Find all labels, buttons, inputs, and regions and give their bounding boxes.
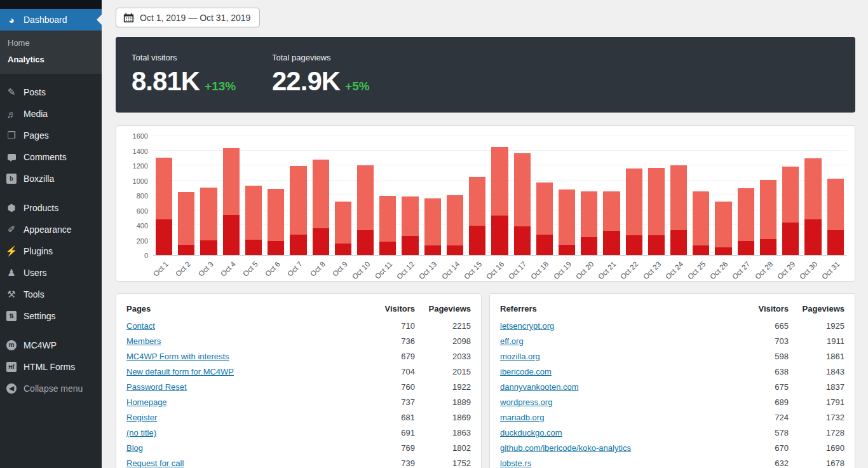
pages-visitors-column-header: Visitors [359,304,415,313]
referrer-link[interactable]: letsencrypt.org [500,321,554,331]
bar-group-oct-18: Oct 18 [534,136,556,255]
page-link[interactable]: Request for call [126,458,184,468]
sidebar-item-label: Settings [24,311,56,321]
bar-group-oct-10: Oct 10 [355,136,377,255]
bar-group-oct-25: Oct 25 [690,136,712,255]
sidebar-item-html-forms[interactable]: HfHTML Forms [0,356,102,378]
referrer-link[interactable]: lobste.rs [500,458,531,468]
x-axis-label: Oct 25 [686,260,707,280]
visitors-bar [290,235,306,255]
pageviews-count: 1802 [415,443,471,453]
sidebar-item-posts[interactable]: ✎Posts [0,81,102,103]
table-row: Blog7691802 [126,441,471,456]
referrer-link[interactable]: dannyvankooten.com [500,382,579,392]
referrer-link[interactable]: wordpress.org [500,397,552,407]
sidebar-item-pages[interactable]: ❐Pages [0,125,102,146]
table-row: Homepage7371889 [126,395,471,410]
sidebar-item-tools[interactable]: ⚒Tools [0,284,102,305]
pages-table-card: Pages Visitors Pageviews Contact7102215M… [116,293,482,468]
x-axis-label: Oct 29 [776,260,796,280]
bar-group-oct-4: Oct 4 [220,136,243,255]
sidebar-item-label: Comments [24,152,67,162]
visitors-bar [782,223,799,255]
page-link[interactable]: (no title) [126,428,156,437]
visitors-bar [715,247,731,255]
table-row: Request for call7391752 [126,456,471,468]
page-link[interactable]: MC4WP Form with interests [126,352,229,361]
x-axis-label: Oct 9 [331,260,349,278]
sidebar-item-label: Plugins [24,246,53,256]
bar-group-oct-6: Oct 6 [265,136,287,255]
bar-group-oct-23: Oct 23 [646,136,668,255]
referrer-link[interactable]: mariadb.org [500,413,544,422]
x-axis-label: Oct 15 [463,260,483,280]
bar-group-oct-13: Oct 13 [422,136,444,255]
x-axis-label: Oct 1 [152,260,170,278]
visitors-bar [670,230,687,255]
sidebar-item-mc4wp[interactable]: mMC4WP [0,334,102,356]
x-axis-label: Oct 14 [440,260,460,280]
bar-group-oct-2: Oct 2 [175,136,198,255]
bar-group-oct-8: Oct 8 [310,136,332,255]
sidebar-item-label: Dashboard [24,15,67,25]
pageviews-count: 1911 [789,336,844,346]
visitors-bar [559,245,575,255]
y-axis-tick: 0 [144,252,148,259]
sidebar-item-comments[interactable]: Comments [0,146,102,168]
submenu-item-home[interactable]: Home [0,35,102,52]
referrer-link[interactable]: ibericode.com [500,367,552,376]
bar-group-oct-5: Oct 5 [243,136,265,255]
bar-group-oct-15: Oct 15 [466,136,489,255]
sidebar-item-label: Users [24,268,47,278]
total-visitors-value: 8.81K [132,68,200,95]
sidebar-item-label: Posts [24,87,46,97]
table-row: Members7362098 [126,334,471,349]
visitors-bar [313,228,329,255]
date-range-button[interactable]: Oct 1, 2019 — Oct 31, 2019 [116,8,260,27]
sidebar-item-boxzilla[interactable]: bBoxzilla [0,168,102,189]
calendar-icon [123,12,134,23]
visitors-count: 769 [359,443,415,453]
page-link[interactable]: Contact [126,321,155,331]
sidebar-item-dashboard[interactable]: ◕Dashboard [0,9,102,31]
page-link[interactable]: Members [126,336,161,346]
sidebar-item-users[interactable]: ♟Users [0,262,102,284]
date-range-label: Oct 1, 2019 — Oct 31, 2019 [140,13,250,23]
sidebar-item-appearance[interactable]: ✐Appearance [0,219,102,240]
x-axis-label: Oct 8 [309,260,327,278]
bar-group-oct-19: Oct 19 [556,136,578,255]
table-row: mariadb.org7241732 [500,410,844,425]
page-link[interactable]: Password Reset [126,382,187,392]
bar-group-oct-22: Oct 22 [623,136,646,255]
sidebar-item-settings[interactable]: ⇅Settings [0,305,102,327]
sidebar-item-label: Products [24,203,58,213]
table-row: Contact7102215 [126,319,471,334]
analytics-page: Oct 1, 2019 — Oct 31, 2019 Total visitor… [102,0,868,468]
visitors-bar [804,219,821,255]
bar-group-oct-12: Oct 12 [399,136,421,255]
table-row: ibericode.com6381843 [500,364,844,380]
referrer-link[interactable]: github.com/ibericode/koko-analytics [500,443,631,453]
sidebar-item-collapse-menu[interactable]: ◀Collapse menu [0,378,102,399]
referrers-table-body: letsencrypt.org6651925eff.org7031911mozi… [500,319,844,468]
sidebar-item-products[interactable]: ⬢Products [0,197,102,219]
referrer-link[interactable]: eff.org [500,336,524,346]
x-axis-label: Oct 16 [485,260,505,280]
plugins-icon: ⚡ [5,245,18,258]
visitors-count: 632 [733,458,789,468]
page-link[interactable]: New default form for MC4WP [126,367,234,376]
boxzilla-icon: b [5,172,18,185]
pageviews-count: 2098 [415,336,471,346]
referrer-link[interactable]: mozilla.org [500,352,540,361]
page-link[interactable]: Register [126,413,157,422]
visitors-count: 704 [359,367,415,376]
visitors-count: 724 [733,413,789,422]
sidebar-item-plugins[interactable]: ⚡Plugins [0,240,102,262]
referrer-link[interactable]: duckduckgo.com [500,428,562,437]
submenu-item-analytics[interactable]: Analytics [0,52,102,68]
page-link[interactable]: Blog [126,443,143,453]
referrers-table-title: Referrers [500,304,733,313]
page-link[interactable]: Homepage [126,397,167,407]
sidebar-item-label: Boxzilla [24,174,54,184]
sidebar-item-media[interactable]: ♬Media [0,103,102,125]
